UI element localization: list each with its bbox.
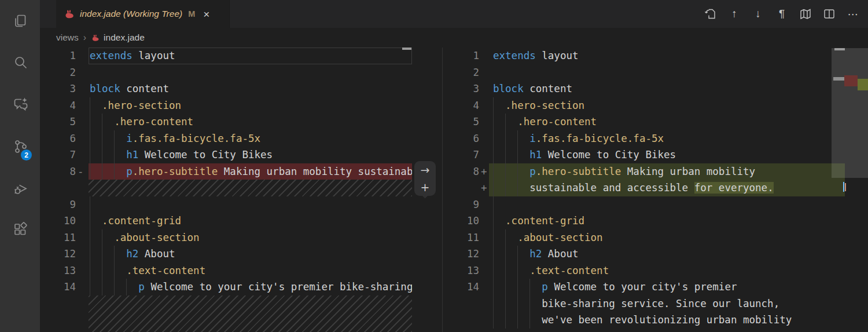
code-text[interactable]: .hero-content — [89, 114, 412, 130]
code-line[interactable]: 14 p Welcome to your city's premier bike… — [40, 279, 412, 295]
search-icon[interactable] — [0, 42, 40, 83]
code-line[interactable]: 4 .hero-section — [443, 97, 832, 114]
indent-guide — [517, 262, 518, 279]
code-text[interactable]: block content — [89, 81, 412, 97]
scrollbar-slider[interactable] — [834, 48, 845, 50]
code-line[interactable]: 11 .about-section — [443, 229, 832, 246]
code-text[interactable] — [89, 64, 412, 81]
code-text[interactable] — [489, 64, 832, 81]
minimap-text-glyph — [845, 183, 846, 191]
code-text[interactable]: .content-grid — [89, 213, 412, 229]
more-actions-icon[interactable]: ⋯ — [846, 7, 860, 21]
diff-editor-sash[interactable]: → + — [412, 48, 443, 332]
code-line[interactable]: we've been revolutionizing urban mobilit… — [443, 312, 832, 329]
run-debug-icon[interactable] — [0, 167, 40, 209]
code-text[interactable]: h1 Welcome to City Bikes — [89, 147, 412, 163]
code-line[interactable]: 5 .hero-content — [40, 114, 412, 130]
code-text[interactable]: block content — [489, 81, 832, 97]
code-text[interactable]: extends layout — [89, 48, 412, 64]
code-text[interactable]: p.hero-subtitle Making urban mobility su… — [89, 163, 412, 180]
minimap[interactable] — [832, 48, 868, 332]
code-line[interactable]: 13 .text-content — [443, 262, 832, 279]
breadcrumb-folder[interactable]: views — [56, 32, 79, 43]
minimap-slider[interactable] — [832, 48, 868, 178]
code-line[interactable]: 1extends layout — [40, 48, 412, 64]
diff-sign: + — [479, 180, 489, 196]
breadcrumb-file[interactable]: index.jade — [104, 32, 145, 43]
code-line[interactable]: 10 .content-grid — [40, 213, 412, 229]
code-text[interactable]: h2 About — [489, 246, 832, 262]
code-line[interactable]: 12 h2 About — [443, 246, 832, 262]
code-line[interactable]: 7 h1 Welcome to City Bikes — [40, 147, 412, 163]
chat-icon[interactable] — [0, 83, 40, 125]
code-line[interactable]: 12 h2 About — [40, 246, 412, 262]
render-whitespace-icon[interactable]: ¶ — [775, 7, 789, 21]
code-text[interactable] — [89, 196, 412, 213]
code-line[interactable]: 1extends layout — [443, 48, 832, 64]
token: content — [524, 83, 572, 94]
code-line[interactable]: bike-sharing service. Since our launch, — [443, 295, 832, 312]
code-text[interactable]: .content-grid — [489, 213, 832, 229]
code-text[interactable]: .text-content — [489, 262, 832, 279]
explorer-icon[interactable] — [0, 0, 40, 42]
code-text[interactable]: .about-section — [489, 229, 832, 246]
code-line[interactable]: 4 .hero-section — [40, 97, 412, 114]
code-text[interactable] — [89, 295, 412, 332]
extensions-icon[interactable] — [0, 209, 40, 250]
code-text[interactable]: bike-sharing service. Since our launch, — [489, 295, 832, 312]
diff-modified-editor[interactable]: 1extends layout23block content4 .hero-se… — [443, 48, 832, 332]
code-text[interactable]: .hero-content — [489, 114, 832, 130]
close-icon[interactable]: × — [203, 9, 209, 20]
code-text[interactable]: i.fas.fa-bicycle.fa-5x — [489, 130, 832, 147]
next-change-icon[interactable]: ↓ — [751, 7, 765, 21]
gutter: 3 — [443, 81, 489, 97]
scrollbar-slider[interactable] — [402, 48, 411, 50]
code-line[interactable]: 2 — [443, 64, 832, 81]
code-text[interactable]: sustainable and accessible for everyone. — [489, 180, 832, 196]
tab-index-jade[interactable]: index.jade (Working Tree) M × — [56, 0, 230, 28]
code-text[interactable]: p.hero-subtitle Making urban mobility — [489, 163, 832, 180]
code-line[interactable]: 7 h1 Welcome to City Bikes — [443, 147, 832, 163]
code-line[interactable]: + sustainable and accessible for everyon… — [443, 180, 832, 196]
indent-guide — [517, 246, 518, 262]
add-change-button[interactable]: + — [414, 178, 436, 196]
code-text[interactable]: p Welcome to your city's premier bike-sh… — [89, 279, 412, 295]
previous-change-icon[interactable]: ↑ — [727, 7, 741, 21]
code-text[interactable]: h1 Welcome to City Bikes — [489, 147, 832, 163]
code-line[interactable]: 6 i.fas.fa-bicycle.fa-5x — [40, 130, 412, 147]
line-number: 12 — [40, 246, 76, 262]
code-line[interactable]: 10 .content-grid — [443, 213, 832, 229]
token — [90, 166, 126, 177]
line-number: 5 — [40, 114, 76, 130]
open-file-icon[interactable] — [704, 7, 718, 21]
split-editor-icon[interactable] — [822, 7, 836, 21]
code-text[interactable]: h2 About — [89, 246, 412, 262]
diff-original-editor[interactable]: 1extends layout23block content4 .hero-se… — [40, 48, 412, 332]
code-text[interactable]: p Welcome to your city's premier — [489, 279, 832, 295]
code-line[interactable]: 3block content — [443, 81, 832, 97]
code-text[interactable]: we've been revolutionizing urban mobilit… — [489, 312, 832, 329]
code-line[interactable]: 3block content — [40, 81, 412, 97]
code-line[interactable]: 6 i.fas.fa-bicycle.fa-5x — [443, 130, 832, 147]
code-text[interactable]: .text-content — [89, 262, 412, 279]
code-line[interactable]: 5 .hero-content — [443, 114, 832, 130]
code-line[interactable]: 8+ p.hero-subtitle Making urban mobility — [443, 163, 832, 180]
code-line[interactable]: 9 — [40, 196, 412, 213]
code-text[interactable]: .hero-section — [89, 97, 412, 114]
code-text[interactable]: .about-section — [89, 229, 412, 246]
code-text[interactable]: .hero-section — [489, 97, 832, 114]
code-text[interactable]: i.fas.fa-bicycle.fa-5x — [89, 130, 412, 147]
source-control-icon[interactable]: 2 — [0, 125, 40, 167]
revert-change-button[interactable]: → — [414, 161, 436, 178]
code-line[interactable]: 9 — [443, 196, 832, 213]
indent-guide — [90, 213, 90, 229]
code-text[interactable] — [489, 196, 832, 213]
code-text[interactable] — [89, 180, 412, 196]
map-icon[interactable] — [799, 7, 812, 21]
code-line[interactable]: 11 .about-section — [40, 229, 412, 246]
code-text[interactable]: extends layout — [489, 48, 832, 64]
code-line[interactable]: 8- p.hero-subtitle Making urban mobility… — [40, 163, 412, 180]
code-line[interactable]: 13 .text-content — [40, 262, 412, 279]
code-line[interactable]: 2 — [40, 64, 412, 81]
code-line[interactable]: 14 p Welcome to your city's premier — [443, 279, 832, 295]
